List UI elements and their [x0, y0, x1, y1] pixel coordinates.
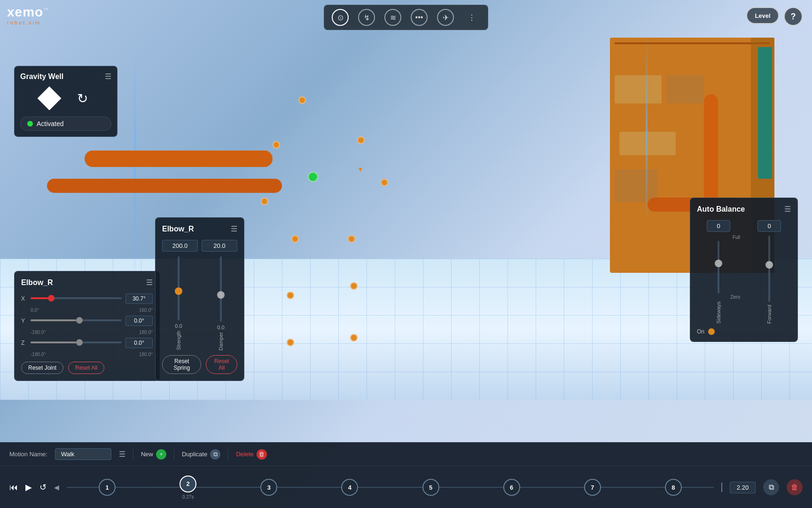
x-axis-row: X	[21, 294, 153, 304]
sideways-track[interactable]	[718, 241, 719, 294]
joint-shoulder-r[interactable]	[357, 136, 365, 144]
timeline-node-3: 3	[228, 479, 309, 496]
play-btn[interactable]: ▶	[25, 482, 32, 492]
delete-frame-btn[interactable]: 🗑	[787, 479, 803, 495]
timeline-node-7: 7	[552, 479, 633, 496]
y-label: Y	[21, 318, 27, 324]
level-button[interactable]: Level	[746, 7, 779, 24]
gravity-well-diamond[interactable]	[38, 87, 61, 110]
node-6-circle[interactable]: 6	[503, 479, 520, 496]
motion-name-label: Motion Name:	[9, 451, 47, 458]
joint-elbow-l[interactable]	[261, 198, 268, 205]
gravity-well-menu[interactable]: ☰	[105, 72, 111, 81]
strength-slider-col: 0.0 Strength	[162, 256, 195, 350]
node-8-circle[interactable]: 8	[665, 479, 682, 496]
copy-frame-btn[interactable]: ⧉	[763, 479, 779, 495]
joint-hip-r[interactable]	[348, 235, 355, 243]
joint-shoulder-l[interactable]	[273, 141, 280, 149]
toolbar-target-btn[interactable]: ⊙	[332, 9, 349, 26]
elbow-r-right-menu[interactable]: ☰	[231, 224, 237, 233]
forward-track[interactable]	[768, 236, 770, 302]
elbow-r-left-title: Elbow_R	[21, 278, 53, 287]
node-7-circle[interactable]: 7	[584, 479, 601, 496]
toolbar-more-btn[interactable]: •••	[411, 9, 428, 26]
joint-ankle-l[interactable]	[287, 339, 294, 346]
z-slider[interactable]	[31, 341, 122, 344]
reset-all-btn[interactable]: Reset All	[68, 362, 104, 374]
damper-track[interactable]	[220, 256, 222, 322]
node-1-circle[interactable]: 1	[99, 479, 116, 496]
y-value-input[interactable]	[125, 316, 153, 326]
bottom-bar: Motion Name: ☰ New + Duplicate ⧉ Delete …	[0, 442, 812, 508]
damper-value-box[interactable]: 20.0	[202, 240, 237, 252]
ab-on-indicator[interactable]	[708, 328, 715, 335]
joint-knee-l[interactable]	[287, 292, 294, 299]
timeline-node-4: 4	[309, 479, 390, 496]
z-range-labels: -180.0° 180.0°	[31, 352, 153, 357]
delete-motion-btn[interactable]: Delete 🗑	[236, 449, 267, 460]
joint-hip-l[interactable]	[291, 235, 299, 243]
full-label-sideways: Full	[733, 235, 740, 240]
gravity-well-refresh[interactable]: ↻	[70, 87, 94, 110]
new-motion-btn[interactable]: New +	[141, 449, 166, 460]
strength-track[interactable]	[178, 256, 180, 320]
prev-frame-btn[interactable]: ◀	[54, 484, 59, 491]
auto-balance-menu[interactable]: ☰	[784, 205, 791, 214]
joint-knee-r[interactable]	[350, 282, 358, 290]
elbow-r-left-menu[interactable]: ☰	[146, 278, 153, 287]
motion-list-btn[interactable]: ☰	[119, 450, 125, 459]
loop-btn[interactable]: ↺	[39, 482, 47, 492]
light-beam-2	[646, 38, 648, 226]
new-icon: +	[156, 449, 166, 460]
activated-label: Activated	[37, 120, 64, 127]
z-label: Z	[21, 340, 27, 346]
joint-ankle-r[interactable]	[350, 334, 358, 341]
sideways-value[interactable]: 0	[707, 220, 730, 232]
help-button[interactable]: ?	[784, 7, 803, 26]
toolbar-menu-btn[interactable]: ⋮	[463, 9, 480, 26]
reset-joint-btn[interactable]: Reset Joint	[21, 362, 63, 374]
elbow-buttons: Reset Joint Reset All	[21, 362, 153, 374]
toolbar-add-btn[interactable]: ↯	[358, 9, 375, 26]
z-axis-row: Z	[21, 338, 153, 348]
time-display[interactable]: 2.20	[730, 482, 756, 493]
duplicate-icon: ⧉	[210, 449, 220, 460]
timeline-nodes: 1 2 0.27s 3 4 5 6 7 8	[67, 476, 714, 500]
forward-value[interactable]: 0	[757, 220, 781, 232]
joint-torso-active[interactable]	[308, 172, 318, 182]
spring-damper-values: 200.0 20.0	[162, 240, 237, 252]
spring-reset-all-btn[interactable]: Reset All	[206, 355, 237, 374]
node-5-circle[interactable]: 5	[422, 479, 439, 496]
x-range-labels: 0.0° 160.0°	[31, 308, 153, 313]
x-slider[interactable]	[31, 297, 122, 300]
toolbar-plane-btn[interactable]: ✈	[437, 9, 454, 26]
toolbar-layers-btn[interactable]: ≋	[384, 9, 401, 26]
sideways-label: Sideways	[716, 302, 721, 324]
node-2-circle[interactable]: 2	[180, 476, 196, 492]
strength-value-box[interactable]: 200.0	[162, 240, 198, 252]
skip-start-btn[interactable]: ⏮	[9, 483, 18, 492]
joint-neck[interactable]	[298, 96, 306, 104]
timeline-bar: ⏮ ▶ ↺ ◀ 1 2 0.27s 3 4 5 6	[0, 466, 812, 508]
reset-spring-btn[interactable]: Reset Spring	[162, 355, 201, 374]
joint-elbow-r[interactable]	[381, 179, 388, 186]
duplicate-motion-btn[interactable]: Duplicate ⧉	[182, 449, 220, 460]
auto-balance-panel: Auto Balance ☰ 0 Full Zero Sideways 0	[690, 198, 798, 342]
timeline-node-2: 2 0.27s	[148, 476, 228, 500]
motion-name-input[interactable]	[55, 448, 111, 460]
delete-label: Delete	[236, 451, 254, 458]
elbow-r-right-title: Elbow_R	[162, 225, 194, 233]
strength-sub-val: 0.0	[175, 323, 182, 329]
z-value-input[interactable]	[125, 338, 153, 348]
y-slider[interactable]	[31, 319, 122, 322]
duplicate-label: Duplicate	[182, 451, 207, 458]
separator-3	[228, 449, 228, 460]
logo-sub: robot.sim	[7, 20, 49, 25]
damper-label: Damper	[218, 332, 224, 350]
node-4-circle[interactable]: 4	[341, 479, 358, 496]
separator-1	[133, 449, 133, 460]
x-value-input[interactable]	[125, 294, 153, 304]
timeline-end	[721, 483, 722, 492]
node-3-circle[interactable]: 3	[260, 479, 277, 496]
pipe-horizontal-1	[85, 151, 273, 167]
